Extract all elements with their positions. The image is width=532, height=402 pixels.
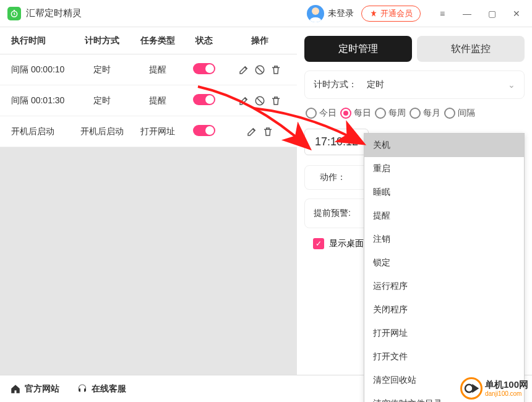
cell-type: 提醒 [130, 95, 186, 106]
table-header: 执行时间 计时方式 任务类型 状态 操作 [0, 27, 297, 54]
task-list-panel: 执行时间 计时方式 任务类型 状态 操作 间隔 00:00:10定时提醒间隔 0… [0, 27, 297, 375]
tab-software-monitor[interactable]: 软件监控 [417, 36, 525, 62]
table-row[interactable]: 开机后启动开机后启动打开网址 [0, 116, 297, 147]
delete-icon[interactable] [270, 95, 281, 106]
freq-interval[interactable]: 间隔 [444, 108, 475, 119]
dropdown-item[interactable]: 锁定 [364, 251, 524, 275]
delete-icon[interactable] [270, 64, 281, 75]
dropdown-item[interactable]: 关闭程序 [364, 298, 524, 322]
action-dropdown: 关机重启睡眠提醒注销锁定运行程序关闭程序打开网址打开文件清空回收站清空临时文件目… [364, 133, 525, 402]
svg-point-3 [465, 385, 473, 393]
disable-icon[interactable] [254, 64, 265, 75]
home-icon [10, 383, 21, 395]
cell-type: 打开网址 [130, 126, 186, 137]
maximize-icon[interactable]: ▢ [481, 5, 502, 22]
disable-icon[interactable] [254, 95, 265, 106]
app-logo-icon [7, 7, 21, 20]
header-type: 任务类型 [130, 35, 186, 46]
timer-mode-select[interactable]: 计时方式： 定时 ⌄ [304, 71, 525, 99]
customer-service-link[interactable]: 在线客服 [77, 383, 126, 395]
table-row[interactable]: 间隔 00:00:10定时提醒 [0, 54, 297, 85]
close-icon[interactable]: ✕ [506, 5, 527, 22]
cell-time: 间隔 00:00:10 [0, 64, 74, 75]
edit-icon[interactable] [246, 126, 257, 137]
warn-label: 提前预警: [314, 208, 351, 219]
dropdown-item[interactable]: 关机 [364, 134, 524, 157]
header-mode: 计时方式 [74, 35, 130, 46]
time-input[interactable]: 17:10:12 [304, 129, 369, 155]
delete-icon[interactable] [262, 126, 273, 137]
cell-type: 提醒 [130, 64, 186, 75]
edit-icon[interactable] [238, 64, 249, 75]
official-site-link[interactable]: 官方网站 [10, 383, 59, 395]
header-ops: 操作 [223, 35, 297, 46]
dropdown-item[interactable]: 提醒 [364, 204, 524, 228]
checkbox-label: 显示桌面 [329, 238, 364, 249]
app-title: 汇帮定时精灵 [26, 7, 82, 19]
user-area[interactable]: 未登录 [307, 5, 354, 22]
freq-monthly[interactable]: 每月 [410, 108, 440, 119]
vip-button-label: 开通会员 [380, 8, 413, 19]
edit-icon[interactable] [238, 95, 249, 106]
freq-daily[interactable]: 每日 [340, 108, 371, 119]
headset-icon [77, 383, 88, 395]
header-time: 执行时间 [0, 35, 74, 46]
freq-weekly[interactable]: 每周 [375, 108, 406, 119]
tab-timer-manage[interactable]: 定时管理 [304, 36, 412, 62]
dropdown-item[interactable]: 打开网址 [364, 322, 524, 345]
cell-mode: 定时 [74, 64, 130, 75]
table-row[interactable]: 间隔 00:01:30定时提醒 [0, 85, 297, 116]
freq-today[interactable]: 今日 [306, 108, 337, 119]
watermark: 单机100网 danji100.com [460, 377, 528, 400]
toggle-switch[interactable] [193, 94, 215, 105]
checkbox-icon: ✓ [313, 238, 324, 249]
chevron-down-icon: ⌄ [508, 80, 515, 90]
title-bar: 汇帮定时精灵 未登录 开通会员 ≡ — ▢ ✕ [0, 0, 532, 27]
action-label: 动作： [307, 172, 351, 183]
timer-mode-value: 定时 [367, 79, 384, 90]
toggle-switch[interactable] [193, 63, 215, 74]
cell-status [186, 94, 223, 107]
dropdown-item[interactable]: 运行程序 [364, 275, 524, 298]
menu-icon[interactable]: ≡ [432, 5, 453, 22]
minimize-icon[interactable]: — [457, 5, 478, 22]
cell-time: 开机后启动 [0, 126, 74, 137]
vip-button[interactable]: 开通会员 [361, 6, 421, 22]
dropdown-item[interactable]: 注销 [364, 228, 524, 251]
avatar-icon [307, 5, 324, 22]
frequency-radios: 今日 每日 每周 每月 间隔 [304, 108, 525, 119]
toggle-switch[interactable] [193, 125, 215, 136]
cell-status [186, 125, 223, 138]
timer-mode-label: 计时方式： [314, 79, 357, 90]
dropdown-item[interactable]: 打开文件 [364, 345, 524, 369]
cell-time: 间隔 00:01:30 [0, 95, 74, 106]
header-status: 状态 [186, 35, 223, 46]
dropdown-item[interactable]: 睡眠 [364, 181, 524, 204]
cell-mode: 开机后启动 [74, 126, 130, 137]
cell-mode: 定时 [74, 95, 130, 106]
dropdown-item[interactable]: 重启 [364, 157, 524, 181]
cell-status [186, 63, 223, 76]
watermark-icon [460, 377, 483, 400]
login-status: 未登录 [328, 8, 354, 19]
